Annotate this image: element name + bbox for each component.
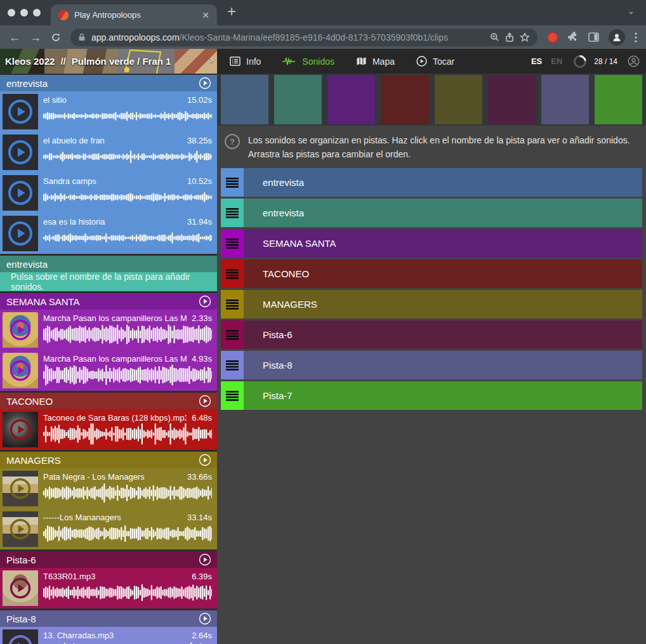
clip-play-thumbnail[interactable] — [3, 570, 38, 606]
track-row[interactable]: SEMANA SANTA — [221, 229, 642, 258]
clip-item[interactable]: el abuelo de fran38.25s — [0, 132, 217, 173]
track-section-header[interactable]: Pista-6 — [0, 551, 217, 568]
track-color-swatch[interactable] — [274, 75, 322, 124]
track-row-body[interactable]: entrevista — [244, 168, 642, 197]
clip-play-thumbnail[interactable] — [3, 471, 38, 506]
extensions-puzzle-icon[interactable] — [568, 32, 579, 43]
tab-info[interactable]: Info — [230, 56, 261, 67]
window-controls[interactable] — [0, 9, 51, 16]
track-color-swatch[interactable] — [595, 75, 642, 124]
clip-play-thumbnail[interactable] — [3, 511, 38, 547]
map-icon — [356, 56, 367, 66]
clip-item[interactable]: Pata Negra - Los Managers33.66s — [0, 468, 217, 509]
track-color-swatch[interactable] — [541, 75, 589, 124]
browser-tab[interactable]: Play Antropoloops ✕ — [51, 4, 217, 25]
clip-item[interactable]: esa es la historia31.94s — [0, 213, 217, 254]
track-row-name: entrevista — [263, 177, 304, 188]
play-track-button[interactable] — [199, 77, 211, 89]
clip-play-thumbnail[interactable] — [3, 629, 38, 644]
clip-item[interactable]: Marcha Pasan los campanilleros Las Mejor… — [0, 350, 217, 391]
drag-handle-icon[interactable] — [221, 381, 244, 410]
lang-en-button[interactable]: EN — [551, 56, 562, 66]
clip-name: el abuelo de fran — [43, 136, 182, 145]
track-row-body[interactable]: MANAGERS — [244, 290, 642, 319]
play-track-button[interactable] — [199, 395, 211, 407]
drag-handle-icon[interactable] — [221, 260, 244, 288]
track-row[interactable]: entrevista — [221, 168, 642, 197]
account-icon[interactable] — [628, 55, 640, 67]
bookmark-star-icon[interactable] — [520, 32, 530, 43]
clip-item[interactable]: 13. Charradas.mp32.64s — [0, 627, 217, 644]
drag-handle-icon[interactable] — [221, 351, 244, 379]
profile-avatar[interactable] — [609, 29, 625, 46]
track-section-header[interactable]: MANAGERS — [0, 452, 217, 468]
back-button[interactable]: ← — [9, 32, 20, 43]
clip-item[interactable]: el sitio15.02s — [0, 91, 217, 132]
clip-waveform — [43, 323, 212, 346]
tab-tocar[interactable]: Tocar — [416, 56, 454, 67]
tab-search-chevron-icon[interactable]: ⌄ — [628, 6, 635, 16]
lang-es-button[interactable]: ES — [531, 56, 542, 66]
reload-button[interactable] — [51, 32, 61, 43]
drag-handle-icon[interactable] — [221, 290, 244, 319]
clip-play-thumbnail[interactable] — [3, 94, 38, 129]
track-row[interactable]: Pista-6 — [221, 320, 642, 349]
clip-item[interactable]: T633R01.mp36.39s — [0, 568, 217, 608]
close-window-button[interactable] — [8, 9, 15, 16]
drag-handle-icon[interactable] — [221, 199, 244, 227]
side-panel-icon[interactable] — [588, 32, 599, 42]
drag-handle-icon[interactable] — [221, 168, 244, 197]
clip-play-thumbnail[interactable] — [3, 353, 38, 388]
play-track-button[interactable] — [199, 295, 211, 308]
clip-item[interactable]: Sandra camps10.52s — [0, 173, 217, 213]
share-icon[interactable] — [505, 32, 514, 43]
tab-mapa[interactable]: Mapa — [356, 56, 395, 67]
tab-sonidos[interactable]: Sonidos — [282, 56, 334, 67]
project-banner[interactable]: Kleos 2022 // Pulmón verde / Fran 1 › — [0, 49, 217, 74]
zoom-window-button[interactable] — [33, 9, 41, 16]
new-tab-button[interactable]: + — [227, 4, 236, 19]
clip-play-thumbnail[interactable] — [3, 312, 38, 348]
track-color-swatch[interactable] — [221, 75, 268, 124]
forward-button[interactable]: → — [30, 32, 41, 43]
clip-item[interactable]: Taconeo de Sara Baras (128 kbps).mp36.48… — [0, 409, 217, 450]
track-row[interactable]: MANAGERS — [221, 290, 642, 319]
track-row[interactable]: Pista-8 — [221, 351, 642, 379]
play-track-button[interactable] — [199, 612, 211, 625]
track-row-body[interactable]: Pista-8 — [244, 351, 642, 379]
track-section-header[interactable]: entrevista — [0, 256, 217, 272]
track-color-swatch[interactable] — [327, 75, 375, 124]
track-color-swatch[interactable] — [488, 75, 536, 124]
track-color-swatch[interactable] — [435, 75, 482, 124]
track-section-header[interactable]: entrevista — [0, 75, 217, 91]
track-color-swatch[interactable] — [381, 75, 428, 124]
track-row-body[interactable]: TACONEO — [244, 260, 642, 288]
tab-close-icon[interactable]: ✕ — [202, 11, 209, 20]
track-row[interactable]: entrevista — [221, 199, 642, 227]
drag-handle-icon[interactable] — [221, 229, 244, 258]
url-bar[interactable]: app.antropoloops.com/Kleos-Santa-Marina/… — [70, 29, 537, 46]
track-row-body[interactable]: Pista-6 — [244, 320, 642, 349]
play-track-button[interactable] — [199, 553, 211, 566]
recording-indicator-icon[interactable] — [547, 32, 558, 43]
clip-item[interactable]: Marcha Pasan los campanilleros Las Mejor… — [0, 310, 217, 350]
track-section-header[interactable]: TACONEO — [0, 393, 217, 409]
track-section-header[interactable]: SEMANA SANTA — [0, 293, 217, 310]
track-row-body[interactable]: SEMANA SANTA — [244, 229, 642, 258]
clip-item[interactable]: ------Los Mananagers33.14s — [0, 509, 217, 549]
clip-play-thumbnail[interactable] — [3, 216, 38, 251]
zoom-page-icon[interactable] — [490, 32, 499, 42]
clip-play-thumbnail[interactable] — [3, 175, 38, 211]
play-track-button[interactable] — [199, 454, 211, 466]
browser-menu-kebab-icon[interactable] — [635, 32, 637, 43]
track-row-body[interactable]: Pista-7 — [244, 381, 642, 410]
clip-play-thumbnail[interactable] — [3, 135, 38, 170]
clip-play-thumbnail[interactable] — [3, 412, 38, 447]
drag-handle-icon[interactable] — [221, 320, 244, 349]
banner-chevron-icon[interactable]: › — [210, 54, 213, 65]
track-row-body[interactable]: entrevista — [244, 199, 642, 227]
minimize-window-button[interactable] — [20, 9, 28, 16]
track-row[interactable]: Pista-7 — [221, 381, 642, 410]
track-section-header[interactable]: Pista-8 — [0, 610, 217, 627]
track-row[interactable]: TACONEO — [221, 260, 642, 288]
